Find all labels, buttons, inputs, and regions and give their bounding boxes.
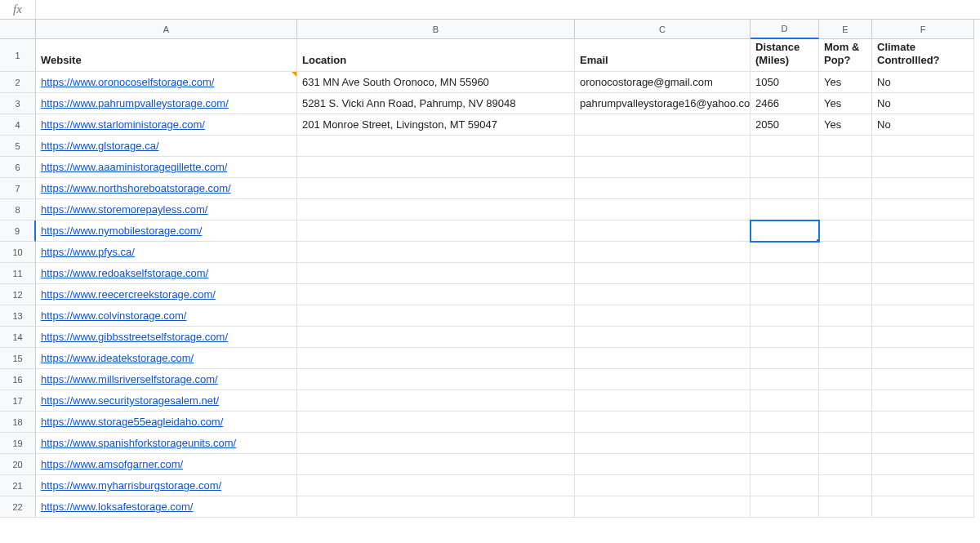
- column-header-d[interactable]: D: [751, 20, 819, 39]
- header-cell-a[interactable]: Website: [36, 39, 297, 72]
- website-link[interactable]: https://www.pahrumpvalleystorage.com/: [41, 97, 229, 109]
- column-header-f[interactable]: F: [872, 20, 974, 39]
- cell-d17[interactable]: [751, 390, 819, 412]
- cell-e9[interactable]: [819, 220, 872, 242]
- cell-e5[interactable]: [819, 136, 872, 157]
- website-link[interactable]: https://www.securitystoragesalem.net/: [41, 394, 219, 407]
- cell-c21[interactable]: [575, 475, 751, 496]
- fill-handle[interactable]: [816, 238, 819, 242]
- cell-a10[interactable]: https://www.pfys.ca/: [36, 242, 297, 263]
- row-header-21[interactable]: 21: [0, 475, 36, 496]
- cell-b16[interactable]: [297, 369, 575, 390]
- cell-e2[interactable]: Yes: [819, 72, 872, 93]
- cell-a13[interactable]: https://www.colvinstorage.com/: [36, 305, 297, 327]
- note-indicator-icon[interactable]: [292, 72, 296, 77]
- cell-a22[interactable]: https://www.loksafestorage.com/: [36, 496, 297, 518]
- row-header-18[interactable]: 18: [0, 412, 36, 433]
- cell-a19[interactable]: https://www.spanishforkstorageunits.com/: [36, 433, 297, 454]
- cell-a15[interactable]: https://www.ideatekstorage.com/: [36, 348, 297, 369]
- cell-f18[interactable]: [872, 412, 974, 433]
- cell-e7[interactable]: [819, 178, 872, 199]
- cell-d21[interactable]: [751, 475, 819, 496]
- cell-c3[interactable]: pahrumpvalleystorage16@yahoo.com: [575, 93, 751, 114]
- cell-a5[interactable]: https://www.glstorage.ca/: [36, 136, 297, 157]
- cell-c16[interactable]: [575, 369, 751, 390]
- cell-b19[interactable]: [297, 433, 575, 454]
- cell-f14[interactable]: [872, 327, 974, 348]
- cell-a4[interactable]: https://www.starloministorage.com/: [36, 114, 297, 136]
- cell-d3[interactable]: 2466: [751, 93, 819, 114]
- cell-c8[interactable]: [575, 199, 751, 220]
- cell-c15[interactable]: [575, 348, 751, 369]
- row-header-3[interactable]: 3: [0, 93, 36, 114]
- cell-c19[interactable]: [575, 433, 751, 454]
- cell-b2[interactable]: 631 MN Ave South Oronoco, MN 55960: [297, 72, 575, 93]
- cell-b7[interactable]: [297, 178, 575, 199]
- website-link[interactable]: https://www.redoakselfstorage.com/: [41, 267, 208, 279]
- cell-f20[interactable]: [872, 454, 974, 475]
- cell-e18[interactable]: [819, 412, 872, 433]
- cell-c20[interactable]: [575, 454, 751, 475]
- cell-d13[interactable]: [751, 305, 819, 327]
- cell-f12[interactable]: [872, 284, 974, 305]
- cell-b9[interactable]: [297, 220, 575, 242]
- website-link[interactable]: https://www.northshoreboatstorage.com/: [41, 182, 231, 194]
- cell-a16[interactable]: https://www.millsriverselfstorage.com/: [36, 369, 297, 390]
- cell-a7[interactable]: https://www.northshoreboatstorage.com/: [36, 178, 297, 199]
- website-link[interactable]: https://www.storage55eagleidaho.com/: [41, 416, 223, 428]
- cell-d9[interactable]: [751, 220, 819, 242]
- cell-e6[interactable]: [819, 157, 872, 178]
- cell-c18[interactable]: [575, 412, 751, 433]
- cell-b6[interactable]: [297, 157, 575, 178]
- row-header-16[interactable]: 16: [0, 369, 36, 390]
- row-header-9[interactable]: 9: [0, 220, 36, 242]
- cell-b4[interactable]: 201 Monroe Street, Livingston, MT 59047: [297, 114, 575, 136]
- cell-b12[interactable]: [297, 284, 575, 305]
- cell-f7[interactable]: [872, 178, 974, 199]
- cell-e16[interactable]: [819, 369, 872, 390]
- cell-d10[interactable]: [751, 242, 819, 263]
- website-link[interactable]: https://www.ideatekstorage.com/: [41, 352, 194, 364]
- row-header-10[interactable]: 10: [0, 242, 36, 263]
- cell-d5[interactable]: [751, 136, 819, 157]
- website-link[interactable]: https://www.loksafestorage.com/: [41, 501, 193, 513]
- row-header-1[interactable]: 1: [0, 39, 36, 72]
- cell-b13[interactable]: [297, 305, 575, 327]
- cell-e17[interactable]: [819, 390, 872, 412]
- row-header-8[interactable]: 8: [0, 199, 36, 220]
- website-link[interactable]: https://www.oronocoselfstorage.com/: [41, 76, 214, 88]
- row-header-15[interactable]: 15: [0, 348, 36, 369]
- cell-a3[interactable]: https://www.pahrumpvalleystorage.com/: [36, 93, 297, 114]
- row-header-12[interactable]: 12: [0, 284, 36, 305]
- cell-b3[interactable]: 5281 S. Vicki Ann Road, Pahrump, NV 8904…: [297, 93, 575, 114]
- cell-c12[interactable]: [575, 284, 751, 305]
- select-all-corner[interactable]: [0, 20, 36, 39]
- cell-e14[interactable]: [819, 327, 872, 348]
- cell-b22[interactable]: [297, 496, 575, 518]
- cell-c4[interactable]: [575, 114, 751, 136]
- cell-d4[interactable]: 2050: [751, 114, 819, 136]
- cell-d20[interactable]: [751, 454, 819, 475]
- column-header-a[interactable]: A: [36, 20, 297, 39]
- cell-f15[interactable]: [872, 348, 974, 369]
- cell-b20[interactable]: [297, 454, 575, 475]
- row-header-22[interactable]: 22: [0, 496, 36, 518]
- cell-a2[interactable]: https://www.oronocoselfstorage.com/: [36, 72, 297, 93]
- cell-e3[interactable]: Yes: [819, 93, 872, 114]
- website-link[interactable]: https://www.millsriverselfstorage.com/: [41, 373, 218, 385]
- cell-a8[interactable]: https://www.storemorepayless.com/: [36, 199, 297, 220]
- row-header-4[interactable]: 4: [0, 114, 36, 136]
- website-link[interactable]: https://www.storemorepayless.com/: [41, 203, 207, 216]
- website-link[interactable]: https://www.aaaministoragegillette.com/: [41, 161, 227, 173]
- cell-c17[interactable]: [575, 390, 751, 412]
- website-link[interactable]: https://www.spanishforkstorageunits.com/: [41, 437, 236, 449]
- cell-b10[interactable]: [297, 242, 575, 263]
- website-link[interactable]: https://www.gibbsstreetselfstorage.com/: [41, 331, 228, 343]
- cell-f13[interactable]: [872, 305, 974, 327]
- cell-b8[interactable]: [297, 199, 575, 220]
- header-cell-f[interactable]: Climate Controllled?: [872, 39, 974, 72]
- cell-b21[interactable]: [297, 475, 575, 496]
- website-link[interactable]: https://www.reecercreekstorage.com/: [41, 288, 216, 300]
- cell-c9[interactable]: [575, 220, 751, 242]
- cell-d6[interactable]: [751, 157, 819, 178]
